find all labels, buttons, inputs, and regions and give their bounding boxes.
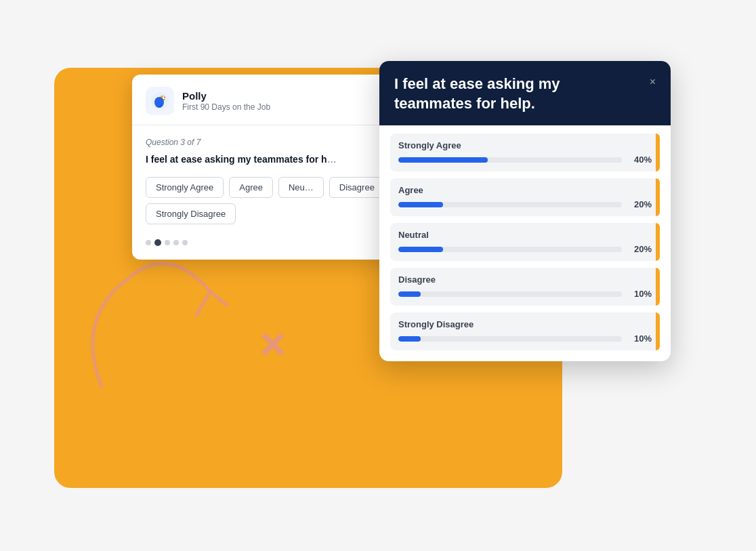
bar-fill-strongly-disagree (398, 336, 421, 342)
bar-fill-disagree (398, 291, 421, 297)
answer-strongly-disagree[interactable]: Strongly Disagree (146, 203, 236, 224)
polly-logo (146, 87, 174, 115)
result-label-strongly-disagree: Strongly Disagree (398, 319, 652, 329)
pagination-dots (146, 237, 403, 249)
result-percent-disagree: 10% (627, 289, 652, 299)
answer-disagree[interactable]: Disagree (329, 177, 385, 198)
results-card: I feel at ease asking my teammates for h… (379, 61, 671, 361)
result-label-agree: Agree (398, 185, 652, 195)
question-text: I feel at ease asking my teammates for h… (146, 154, 403, 165)
answer-agree[interactable]: Agree (229, 177, 273, 198)
result-bar-disagree: 10% (398, 289, 652, 299)
result-percent-strongly-disagree: 10% (627, 333, 652, 344)
row-accent-disagree (656, 268, 660, 306)
dot-3 (165, 240, 170, 245)
result-bar-neutral: 20% (398, 244, 652, 254)
result-percent-agree: 20% (627, 199, 652, 209)
bar-fill-agree (398, 202, 443, 207)
answer-strongly-agree[interactable]: Strongly Agree (146, 177, 224, 198)
bar-track-disagree (398, 291, 622, 297)
result-bar-strongly-agree: 40% (398, 155, 652, 165)
svg-point-2 (154, 97, 164, 108)
result-row-strongly-disagree: Strongly Disagree 10% (390, 312, 660, 350)
question-number: Question 3 of 7 (146, 138, 403, 147)
survey-card-header: Polly First 90 Days on the Job × (132, 75, 417, 125)
result-label-neutral: Neutral (398, 230, 652, 240)
row-accent-strongly-disagree (656, 312, 660, 350)
bar-track-agree (398, 202, 622, 207)
bar-fill-strongly-agree (398, 157, 488, 163)
row-accent-neutral (656, 223, 660, 261)
result-percent-strongly-agree: 40% (627, 155, 652, 165)
svg-point-4 (164, 97, 165, 98)
dot-5 (182, 240, 188, 245)
survey-card-body: Question 3 of 7 I feel at ease asking my… (132, 125, 417, 260)
dot-4 (173, 240, 179, 245)
result-label-strongly-agree: Strongly Agree (398, 140, 652, 150)
app-subtitle: First 90 Days on the Job (182, 102, 270, 112)
bar-fill-neutral (398, 247, 443, 252)
dot-1 (146, 240, 151, 245)
app-name: Polly (182, 90, 270, 102)
answer-neutral[interactable]: Neu… (278, 177, 324, 198)
bar-track-neutral (398, 247, 622, 252)
result-label-disagree: Disagree (398, 274, 652, 285)
results-close-button[interactable]: × (650, 76, 656, 88)
results-header: I feel at ease asking my teammates for h… (379, 61, 671, 125)
results-question: I feel at ease asking my teammates for h… (394, 75, 638, 113)
row-accent-strongly-agree (656, 134, 660, 171)
arrow-decoration (61, 251, 251, 413)
result-row-disagree: Disagree 10% (390, 268, 660, 306)
bar-track-strongly-agree (398, 157, 622, 163)
result-bar-strongly-disagree: 10% (398, 333, 652, 344)
result-row-strongly-agree: Strongly Agree 40% (390, 134, 660, 171)
bar-track-strongly-disagree (398, 336, 622, 342)
x-mark-decoration: ✕ (257, 325, 287, 366)
row-accent-agree (656, 178, 660, 216)
survey-card: Polly First 90 Days on the Job × Questio… (132, 75, 417, 260)
results-body: Strongly Agree 40% Agree 20% Neutral (379, 125, 671, 361)
result-row-neutral: Neutral 20% (390, 223, 660, 261)
survey-card-info: Polly First 90 Days on the Job (182, 90, 270, 112)
answer-options: Strongly Agree Agree Neu… Disagree Stron… (146, 177, 403, 224)
result-bar-agree: 20% (398, 199, 652, 209)
result-row-agree: Agree 20% (390, 178, 660, 216)
result-percent-neutral: 20% (627, 244, 652, 254)
dot-2-active (154, 239, 161, 246)
